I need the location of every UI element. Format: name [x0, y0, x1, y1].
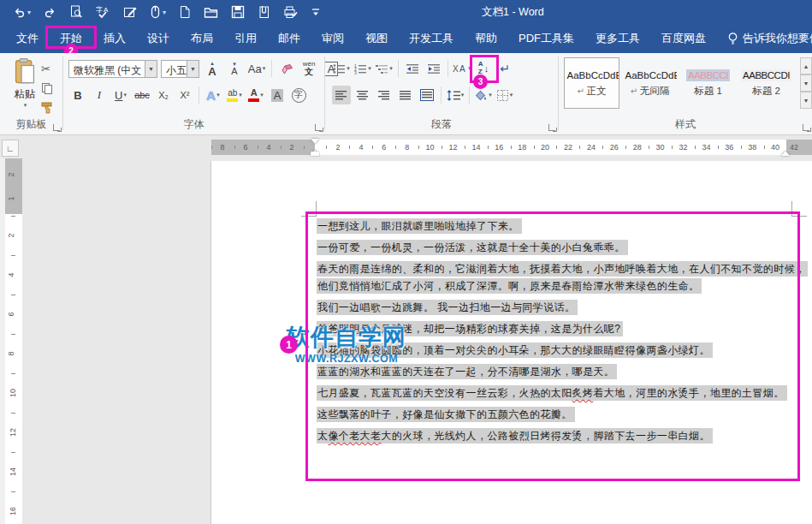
- left-indent-marker[interactable]: [311, 152, 319, 156]
- tab-审阅[interactable]: 审阅: [312, 24, 353, 53]
- copy-icon: [41, 82, 53, 94]
- strikethrough-button[interactable]: abc: [133, 86, 151, 104]
- tab-帮助[interactable]: 帮助: [465, 24, 507, 53]
- page[interactable]: 一想到这儿，眼泪就噼里啪啦地掉了下来。一份可爱，一份机灵，一份活泼，这就是十全十…: [211, 161, 812, 524]
- styles-more-button[interactable]: ▼: [800, 92, 812, 109]
- paragraph-line[interactable]: 我们一边唱歌一边跳舞。 我一边扫地一边与同学说话。: [317, 301, 803, 314]
- align-left-button[interactable]: [332, 86, 351, 104]
- bold-button[interactable]: B: [68, 86, 87, 104]
- multilevel-list-button[interactable]: ▾: [375, 59, 394, 78]
- new-document-button[interactable]: [176, 3, 193, 21]
- style-card-标题 2[interactable]: AABBCCDI标题 2: [738, 57, 794, 109]
- borders-button[interactable]: ▾: [495, 86, 514, 104]
- shrink-font-button[interactable]: ▼A: [225, 59, 244, 78]
- clipboard-dialog-launcher[interactable]: [53, 124, 60, 131]
- subscript-button[interactable]: X₂: [154, 86, 173, 104]
- grow-font-button[interactable]: ▲A: [203, 59, 222, 78]
- tab-引用[interactable]: 引用: [225, 24, 266, 53]
- paragraph-dialog-launcher[interactable]: [548, 124, 555, 131]
- justify-button[interactable]: [396, 86, 415, 104]
- italic-button[interactable]: I: [90, 86, 109, 104]
- spelling-check-button[interactable]: 字A: [93, 3, 113, 21]
- email-button[interactable]: [255, 3, 273, 21]
- undo-dropdown[interactable]: ▾: [27, 9, 31, 16]
- font-size-combo[interactable]: 小五 ▼: [161, 60, 199, 78]
- print-preview-button[interactable]: [67, 3, 86, 21]
- superscript-button[interactable]: X²: [175, 86, 194, 104]
- show-marks-button[interactable]: ↵: [495, 59, 514, 78]
- tab-百度网盘[interactable]: 百度网盘: [652, 24, 715, 53]
- change-case-button[interactable]: Aa▾: [247, 59, 266, 78]
- undo-button[interactable]: ▾: [10, 3, 33, 21]
- increase-indent-button[interactable]: [424, 59, 443, 78]
- sort-button[interactable]: AZ↓ 3: [474, 59, 493, 78]
- edit-mode-button[interactable]: [121, 3, 139, 21]
- open-button[interactable]: [201, 3, 221, 21]
- tab-selector[interactable]: ∟: [2, 140, 19, 157]
- paragraph-line[interactable]: 蓝蓝的湖水和蓝蓝的天连在了一起，分不清哪是湖水，哪是天。: [317, 365, 803, 378]
- enclose-characters-button[interactable]: 字: [289, 86, 308, 104]
- font-name-dropdown[interactable]: ▼: [145, 61, 157, 77]
- highlight-color-button[interactable]: ab▾: [225, 86, 244, 104]
- justify-icon: [400, 90, 412, 100]
- paragraph-line[interactable]: 他们竟悄悄地汇成了小河，积成了深潭。啊，原来是春雨给潭水带来绿色的生命。: [317, 279, 803, 293]
- tab-插入[interactable]: 插入: [94, 24, 135, 53]
- tab-设计[interactable]: 设计: [138, 24, 179, 53]
- font-name-combo[interactable]: 微软雅黑 (中文 ▼: [68, 60, 157, 78]
- asian-layout-button[interactable]: XA▾: [453, 59, 471, 78]
- numbering-button[interactable]: 123▾: [353, 59, 372, 78]
- paste-button[interactable]: 粘贴 ▾: [7, 58, 43, 120]
- styles-scroll-down-button[interactable]: ▼: [800, 74, 812, 92]
- bullets-button[interactable]: ▾: [332, 59, 351, 78]
- cut-button[interactable]: ✂: [41, 60, 60, 77]
- tab-文件[interactable]: 文件: [7, 24, 48, 53]
- line-spacing-button[interactable]: ▾: [446, 86, 465, 104]
- touch-mode-dropdown[interactable]: ▾: [163, 9, 166, 16]
- quick-print-button[interactable]: [281, 3, 300, 21]
- paragraph-line[interactable]: 七月盛夏，瓦蓝瓦蓝的天空没有一丝云彩，火热的太阳炙烤着大地，河里的水烫手，地里的…: [317, 386, 803, 400]
- paragraph-line[interactable]: 一想到这儿，眼泪就噼里啪啦地掉了下来。: [317, 219, 803, 233]
- distribute-button[interactable]: [418, 86, 436, 104]
- paragraph-line[interactable]: 一份可爱，一份机灵，一份活泼，这就是十全十美的小白兔乖乖。: [317, 241, 803, 254]
- paragraph-line[interactable]: 这些飘落的叶子，好像是仙女撒下的五颜六色的花瓣。: [317, 408, 803, 421]
- tab-布局[interactable]: 布局: [181, 24, 222, 53]
- paragraph-line[interactable]: 太像个老大老大的火球，光线灼人，公路被烈日烤得发烫，脚踏下去一步一串白烟。: [317, 429, 803, 443]
- text-effects-button[interactable]: A▾: [204, 86, 222, 104]
- tab-更多工具[interactable]: 更多工具: [586, 24, 649, 53]
- text-content[interactable]: 一想到这儿，眼泪就噼里啪啦地掉了下来。一份可爱，一份机灵，一份活泼，这就是十全十…: [317, 219, 803, 450]
- align-right-button[interactable]: [375, 86, 394, 104]
- style-card-标题 1[interactable]: AABBCCI标题 1: [680, 57, 736, 109]
- tab-邮件[interactable]: 邮件: [269, 24, 310, 53]
- customize-qat-button[interactable]: [308, 3, 323, 21]
- tab-开发工具[interactable]: 开发工具: [400, 24, 463, 53]
- font-size-dropdown[interactable]: ▼: [187, 61, 199, 77]
- paragraph-line[interactable]: 春天的雨是连绵的、柔和的，它滋润着大地，抚摸着大地，小声地呼唤着大地，在人们不知…: [317, 262, 803, 276]
- tab-PDF工具集[interactable]: PDF工具集: [509, 24, 584, 53]
- style-card-无间隔[interactable]: AaBbCcDdE↵ 无间隔: [622, 57, 678, 109]
- paste-dropdown[interactable]: ▾: [24, 102, 27, 109]
- right-indent-marker[interactable]: [781, 146, 790, 156]
- tab-开始[interactable]: 开始2: [50, 24, 92, 53]
- tell-me-box[interactable]: 告诉我你想要做什: [727, 31, 812, 46]
- redo-button[interactable]: [41, 3, 59, 21]
- tab-视图[interactable]: 视图: [356, 24, 397, 53]
- decrease-indent-button[interactable]: [403, 59, 422, 78]
- clear-formatting-button[interactable]: [277, 59, 296, 78]
- align-center-button[interactable]: [353, 86, 372, 104]
- paragraph-line[interactable]: 小花猫的脑袋圆圆的，顶着一对尖尖的小耳朵，那大大的绿眼睛瞪得像两盏小绿灯。: [317, 343, 803, 357]
- format-painter-button[interactable]: [41, 99, 60, 116]
- style-card-正文[interactable]: AaBbCcDdE↵ 正文: [564, 57, 619, 109]
- phonetic-guide-button[interactable]: wén文: [299, 59, 318, 78]
- font-color-button[interactable]: A▾: [246, 86, 265, 104]
- styles-dialog-launcher[interactable]: [803, 124, 809, 131]
- underline-button[interactable]: U▾: [111, 86, 130, 104]
- styles-scroll-up-button[interactable]: ▲: [800, 57, 812, 74]
- paragraph-line[interactable]: 爸爸明明是个足球迷，却把一场精彩的球赛关掉，这是为什么呢?: [317, 322, 803, 336]
- email-attachment-icon: [258, 5, 270, 19]
- font-dialog-launcher[interactable]: [315, 124, 322, 131]
- character-shading-button[interactable]: A: [268, 86, 287, 104]
- shading-button[interactable]: ▾: [474, 86, 493, 104]
- copy-button[interactable]: [41, 80, 60, 97]
- save-button[interactable]: [228, 3, 247, 21]
- touch-mouse-mode-button[interactable]: ▾: [147, 3, 169, 21]
